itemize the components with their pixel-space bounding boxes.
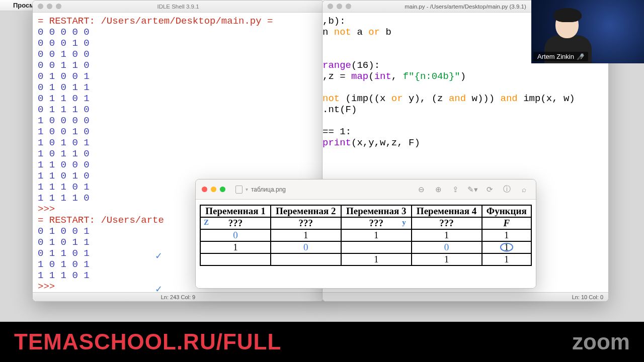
close-icon[interactable] [328,4,333,9]
table-header: Функция [482,205,531,217]
table-row: 1 1 1 [200,253,531,265]
close-icon[interactable] [202,187,207,192]
table-cell: 1 [412,253,482,265]
table-cell: 1 [482,229,531,241]
table-cell: 1 [412,229,482,241]
preview-titlebar[interactable]: ▾ таблица.png ⊖ ⊕ ⇪ ✎▾ ⟳ ⓘ ⌕ [196,179,536,200]
table-header-row: Переменная 1 Переменная 2 Переменная 3 П… [200,205,531,217]
table-cell: 1 [482,241,531,253]
mic-muted-icon: 🎤̷ [577,53,584,60]
zoom-brand: zoom [572,329,630,354]
idle-title: IDLE Shell 3.9.1 [33,4,324,10]
document-icon [235,186,243,194]
webcam-name-tag: Artem Zinkin 🎤̷ [533,52,588,61]
table-row: 0 1 1 1 1 [200,229,531,241]
table-header: Переменная 4 [412,205,482,217]
editor-statusbar: Ln: 10 Col: 0 [323,292,608,301]
minimize-icon[interactable] [211,187,216,192]
idle-statusbar: Ln: 243 Col: 9 [33,292,324,301]
table-subheader: ??? y [341,217,412,229]
markup-icon[interactable]: ✎▾ [466,184,478,196]
table-header: Переменная 1 [200,205,271,217]
table-cell: 1 [482,253,531,265]
table-cell: 1 [341,253,412,265]
table-cell [200,253,271,265]
rotate-icon[interactable]: ⟳ [484,184,496,196]
search-icon[interactable]: ⌕ [518,184,530,196]
table-cell [341,241,412,253]
annotation-check-icon: ✓ [155,250,163,261]
table-cell: 1 [271,229,341,241]
preview-filename: таблица.png [251,186,286,193]
preview-filename-area[interactable]: ▾ таблица.png [235,186,286,194]
idle-titlebar[interactable]: IDLE Shell 3.9.1 [33,1,324,13]
table-cell: 1 [341,229,412,241]
preview-content: Переменная 1 Переменная 2 Переменная 3 П… [196,200,536,288]
annotation-check-icon: ✓ [155,284,163,295]
table-header: Переменная 2 [271,205,341,217]
webcam-tile[interactable]: Artem Zinkin 🎤̷ [531,0,644,63]
zoom-icon[interactable] [346,4,351,9]
minimize-icon[interactable] [47,4,52,9]
preview-window[interactable]: ▾ таблица.png ⊖ ⊕ ⇪ ✎▾ ⟳ ⓘ ⌕ Переменная … [195,179,536,289]
table-subheader-row: Z ??? ??? ??? y ??? F [200,217,531,229]
minimize-icon[interactable] [337,4,342,9]
table-cell: 0 [412,241,482,253]
share-icon[interactable]: ⇪ [449,184,461,196]
table-subheader: ??? [412,217,482,229]
table-cell: 0 [200,229,271,241]
table-cell: 1 [200,241,271,253]
info-icon[interactable]: ⓘ [501,184,513,196]
participant-name: Artem Zinkin [537,53,574,60]
close-icon[interactable] [38,4,43,9]
banner-url: TEMASCHOOL.RU/FULL [14,329,281,354]
table-row: 1 0 0 1 [200,241,531,253]
zoom-in-icon[interactable]: ⊕ [432,184,444,196]
truth-table: Переменная 1 Переменная 2 Переменная 3 П… [200,205,532,266]
table-subheader: F [482,217,531,229]
table-cell: 0 [271,241,341,253]
table-subheader: ??? [271,217,341,229]
table-header: Переменная 3 [341,205,412,217]
table-cell [271,253,341,265]
chevron-down-icon[interactable]: ▾ [246,187,248,192]
bottom-banner: TEMASCHOOL.RU/FULL zoom [0,322,644,362]
zoom-icon[interactable] [56,4,61,9]
zoom-out-icon[interactable]: ⊖ [415,184,427,196]
table-subheader: Z ??? [200,217,271,229]
zoom-icon[interactable] [220,187,225,192]
